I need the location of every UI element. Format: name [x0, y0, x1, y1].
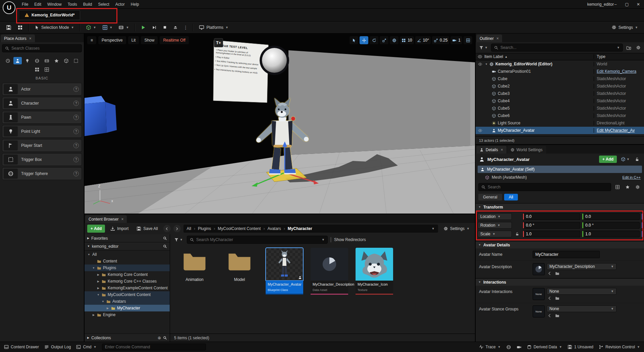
help-icon[interactable]: ? — [73, 101, 79, 106]
tab-content-browser[interactable]: Content Browser × — [85, 215, 127, 223]
scale-z-field[interactable] — [641, 231, 644, 237]
help-icon[interactable]: ? — [73, 157, 79, 162]
import-button[interactable]: Import — [108, 224, 131, 233]
section-interactions[interactable]: ▼ Interactions — [476, 278, 644, 286]
component-mesh-row[interactable]: Mesh (AvatarMesh) Edit in C++ — [476, 174, 644, 181]
asset-search[interactable]: ▼ — [187, 236, 328, 244]
place-actor-player-start[interactable]: Player Start ? — [2, 139, 82, 152]
tree-item-all[interactable]: ▼All — [85, 251, 170, 258]
avatar-interactions-dropdown[interactable]: None▼ — [547, 288, 616, 295]
select-tool-icon[interactable] — [350, 36, 358, 44]
project-header[interactable]: ▼ kemorig_editor — [85, 242, 170, 250]
scale-lock-icon[interactable] — [515, 232, 519, 236]
view-mode-dropdown[interactable]: Lit — [128, 36, 139, 44]
close-icon[interactable]: × — [501, 148, 503, 152]
tree-item-engine[interactable]: ▶Engine — [85, 311, 170, 318]
blueprints-dropdown[interactable]: ▼ — [100, 23, 115, 32]
location-y-field[interactable] — [582, 213, 640, 220]
filter-all-button[interactable]: All — [504, 194, 518, 200]
chevron-down-icon[interactable]: ▼ — [322, 238, 325, 241]
asset-search-input[interactable] — [196, 237, 320, 242]
effects-category-icon[interactable] — [52, 57, 61, 64]
help-icon[interactable]: ? — [73, 115, 79, 120]
collections-header[interactable]: ▶ Collections ⊕ — [85, 334, 170, 342]
derived-data-dropdown[interactable]: Derived Data ▼ — [527, 345, 562, 349]
level-viewport[interactable]: ≡ Perspective Lit Show Realtime Off T+ 1… — [85, 34, 475, 214]
chevron-right-icon[interactable]: ▶ — [87, 237, 89, 240]
description-asset-thumbnail[interactable] — [533, 263, 545, 275]
grid-snap-toggle[interactable]: 10 — [400, 36, 414, 44]
avatar-stance-groups-dropdown[interactable]: None▼ — [547, 305, 616, 312]
avatar-description-dropdown[interactable]: MyCharacter_Description▼ — [547, 263, 616, 270]
menu-help[interactable]: Help — [128, 2, 142, 7]
shapes-category-icon[interactable] — [33, 57, 41, 64]
location-dropdown[interactable]: Location▼ — [478, 213, 512, 220]
eye-icon[interactable] — [476, 54, 484, 59]
rotation-y-field[interactable] — [582, 222, 640, 229]
avatar-name-field[interactable] — [533, 251, 600, 258]
rotation-snap-toggle[interactable]: 10° — [415, 36, 431, 44]
browse-to-asset-icon[interactable] — [555, 271, 559, 276]
menu-window[interactable]: Window — [44, 2, 65, 7]
search-icon[interactable] — [163, 236, 167, 240]
settings-dropdown[interactable]: Settings ▼ — [609, 23, 641, 32]
platforms-dropdown[interactable]: Platforms ▼ — [196, 23, 231, 32]
use-selected-asset-icon[interactable] — [547, 313, 552, 318]
back-button[interactable] — [163, 225, 171, 232]
rotation-dropdown[interactable]: Rotation▼ — [478, 222, 512, 229]
help-icon[interactable]: ? — [73, 86, 79, 92]
outliner-row-world[interactable]: ▼Kemorig_EditorWorld (Editor) World — [476, 60, 644, 68]
help-icon[interactable]: ? — [73, 171, 79, 176]
browse-to-asset-icon[interactable] — [555, 296, 559, 300]
close-icon[interactable]: ✕ — [633, 0, 644, 9]
close-icon[interactable]: × — [496, 36, 499, 41]
outliner-row-cube4[interactable]: Cube4 StaticMeshActor — [476, 97, 644, 105]
save-all-button[interactable]: Save All — [134, 224, 160, 233]
tree-item-kemorig-core-content[interactable]: ▶Kemorig Core Content — [85, 271, 170, 278]
tree-item-content[interactable]: Content — [85, 258, 170, 265]
breadcrumb-mycharacter[interactable]: MyCharacter — [288, 226, 312, 231]
breadcrumb-avatars[interactable]: Avatars — [267, 226, 281, 231]
show-redirectors-label[interactable]: Show Redirectors — [334, 237, 366, 242]
filter-icon[interactable]: ▼ — [173, 236, 184, 244]
search-icon[interactable] — [163, 336, 167, 340]
panels-category-icon[interactable] — [43, 66, 51, 73]
outliner-row-cameraposition01[interactable]: CameraPosition01 Edit Kemorig_Camera — [476, 68, 644, 75]
eject-button[interactable] — [170, 23, 180, 32]
stance-none-thumbnail[interactable]: None — [533, 305, 545, 317]
section-transform[interactable]: ▼ Transform — [476, 203, 644, 211]
blueprint-options-icon[interactable]: ▼ — [620, 155, 631, 163]
browse-to-asset-icon[interactable] — [555, 313, 559, 318]
search-icon[interactable] — [163, 244, 167, 248]
chevron-down-icon[interactable]: ▼ — [617, 46, 620, 49]
column-item-label[interactable]: Item Label▲ — [484, 54, 594, 59]
details-settings-icon[interactable] — [634, 183, 641, 191]
edit-mycharacter-link[interactable]: Edit MyCharacter_Av — [597, 128, 635, 133]
place-actor-point-light[interactable]: Point Light ? — [2, 125, 82, 138]
realtime-toggle[interactable]: Realtime Off — [160, 36, 189, 44]
tree-item-kemorig-core-cpp[interactable]: ▶Kemorig Core C++ Classes — [85, 278, 170, 285]
stop-button[interactable] — [160, 23, 170, 32]
move-tool-icon[interactable] — [360, 36, 368, 44]
add-component-button[interactable]: + Add — [599, 156, 617, 163]
outliner-row-cube[interactable]: Cube StaticMeshActor — [476, 75, 644, 82]
text-tool-icon[interactable]: T+ — [214, 38, 223, 47]
unreal-engine-logo[interactable]: U — [3, 1, 15, 14]
tab-outliner[interactable]: Outliner × — [476, 35, 502, 42]
frame-skip-button[interactable] — [149, 23, 159, 32]
rotation-x-field[interactable] — [523, 222, 580, 229]
lights-category-icon[interactable] — [23, 57, 32, 64]
world-local-toggle-icon[interactable] — [390, 36, 398, 44]
tab-world-settings[interactable]: World Settings — [507, 146, 546, 154]
editor-modes-icon[interactable] — [15, 23, 25, 32]
use-selected-asset-icon[interactable] — [547, 271, 552, 276]
display-options-icon[interactable] — [614, 183, 621, 191]
geometry-category-icon[interactable] — [62, 57, 70, 64]
place-actors-search[interactable] — [2, 44, 82, 52]
place-actor-pawn[interactable]: Pawn ? — [2, 111, 82, 124]
play-button[interactable] — [138, 23, 149, 32]
outliner-row-light-source[interactable]: Light Source DirectionalLight — [476, 119, 644, 127]
favorites-star-icon[interactable] — [624, 183, 631, 191]
output-log-button[interactable]: Output Log — [44, 345, 71, 349]
place-actors-search-input[interactable] — [11, 46, 79, 51]
